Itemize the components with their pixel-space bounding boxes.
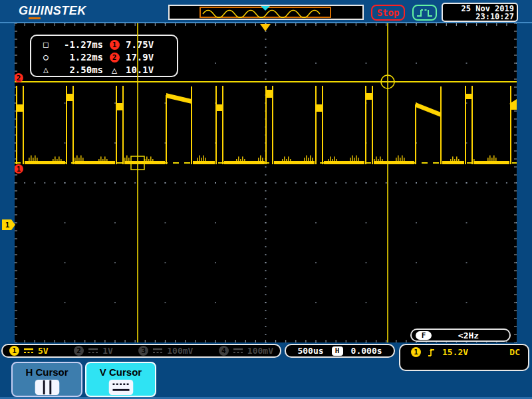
scope-display: □ -1.27ms 1 7.75V ○ 1.22ms 2 17.9V △ 2.5… [15,23,517,342]
cursor1-time: -1.27ms [53,39,103,50]
frequency-readout-box: F <2Hz [410,329,511,342]
v-cursor-button[interactable]: V Cursor [85,362,156,397]
channel-2-scale: 1V [102,346,113,356]
cursor2-volt-badge: 2 [103,51,126,63]
channel-4-badge: 4 [219,346,229,356]
channel-1-scale: 5V [38,346,49,356]
channel-status-bar: 1 5V 2 1V 3 100mV 4 100mV [1,344,281,358]
horizontal-badge: H [332,346,343,356]
cursor-delta-volt: 10.1V [126,65,172,75]
trigger-coupling: DC [509,347,520,357]
gwinstek-logo: GШINSTEK [19,4,86,18]
h-cursor-icon [34,379,61,396]
logo-g: G [19,4,29,17]
cursor1-volt-badge: 1 [103,39,126,50]
cursor1-symbol: □ [39,39,53,49]
timebase-scale: 500us [297,346,323,356]
channel-1-badge: 1 [9,346,19,356]
stop-label: Stop [377,7,400,18]
cursor2-symbol: ○ [39,52,53,62]
cursor-delta-symbol: △ [39,65,53,74]
trigger-position-marker-icon [260,24,271,31]
channel-2-badge: 2 [74,346,84,356]
frequency-value: <2Hz [432,331,505,340]
channel-2-status: 2 1V [74,346,113,356]
trigger-level-value: 15.2V [442,347,468,357]
time-text: 23:10:27 [443,13,514,21]
cursor-delta-time: 2.50ms [53,65,103,75]
dc-coupling-icon [233,348,243,354]
cursor2-volt: 17.9V [126,52,172,63]
channel-3-scale: 100mV [167,346,193,356]
timebase-position: 0.000s [351,346,382,356]
acquisition-stop-badge: Stop [371,5,405,21]
channel-3-badge: 3 [138,346,148,356]
cursor-readout-panel: □ -1.27ms 1 7.75V ○ 1.22ms 2 17.9V △ 2.5… [30,35,178,77]
cursor1-volt: 7.75V [126,39,172,50]
h-cursor-button[interactable]: H Cursor [11,362,82,397]
channel-1-status: 1 5V [9,346,49,356]
channel-3-status: 3 100mV [138,346,193,356]
cursor-row-1: □ -1.27ms 1 7.75V [39,38,177,51]
trigger-mode-badge [412,5,437,21]
preview-trigger-marker-icon [261,6,270,11]
channel-4-scale: 100mV [247,346,273,356]
logo-w: Ш [29,4,41,19]
cursor-row-2: ○ 1.22ms 2 17.9V [39,51,177,63]
logo-rest: INSTEK [41,4,86,17]
frequency-badge: F [416,331,432,340]
trigger-source-badge: 1 [411,347,421,357]
h-cursor-label: H Cursor [25,366,68,378]
rising-edge-icon [428,347,436,358]
v-cursor-icon [108,379,134,396]
waveform-preview-box [168,5,364,20]
ch1-position-indicator: 1 [2,219,15,230]
timebase-status-box: 500us H 0.000s [285,344,395,358]
cursor-delta-volt-symbol: △ [103,65,126,75]
cursor-delta-row: △ 2.50ms △ 10.1V [39,63,177,76]
datetime-box: 25 Nov 2019 23:10:27 [442,3,518,22]
dc-coupling-icon [23,348,34,354]
pulse-waveform-icon [416,7,434,19]
cursor2-time: 1.22ms [53,52,103,63]
v-cursor-label: V Cursor [100,366,142,378]
trigger-status-box: 1 15.2V DC [399,344,529,371]
dc-coupling-icon [88,348,98,354]
dc-coupling-icon [152,348,163,354]
channel-4-status: 4 100mV [219,346,273,356]
trigger-level-marker-icon [509,99,517,108]
